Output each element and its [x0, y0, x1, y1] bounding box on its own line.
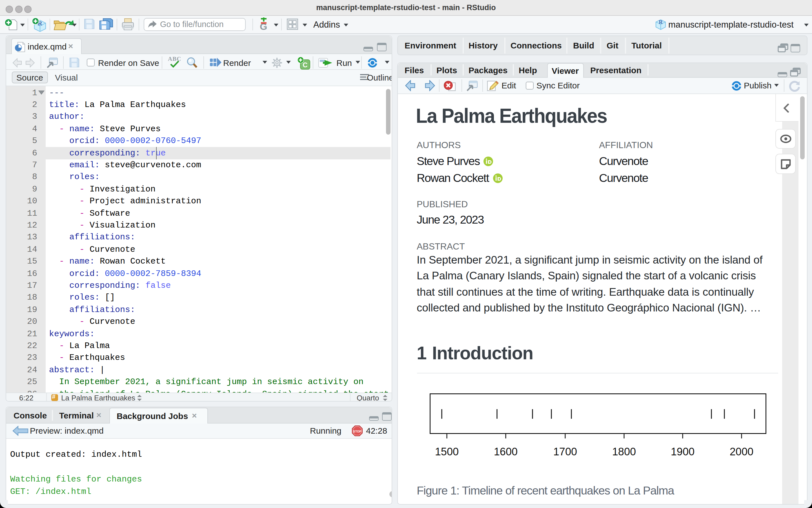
svg-text:C: C [302, 61, 308, 69]
svg-text:1500: 1500 [435, 446, 459, 457]
svg-text:1800: 1800 [612, 446, 636, 457]
svg-text:1600: 1600 [494, 446, 518, 457]
svg-text:STOP: STOP [353, 430, 362, 433]
svg-text:R: R [659, 19, 663, 25]
svg-text:1700: 1700 [553, 446, 577, 457]
svg-text:1900: 1900 [671, 446, 695, 457]
svg-text:2000: 2000 [730, 446, 754, 457]
